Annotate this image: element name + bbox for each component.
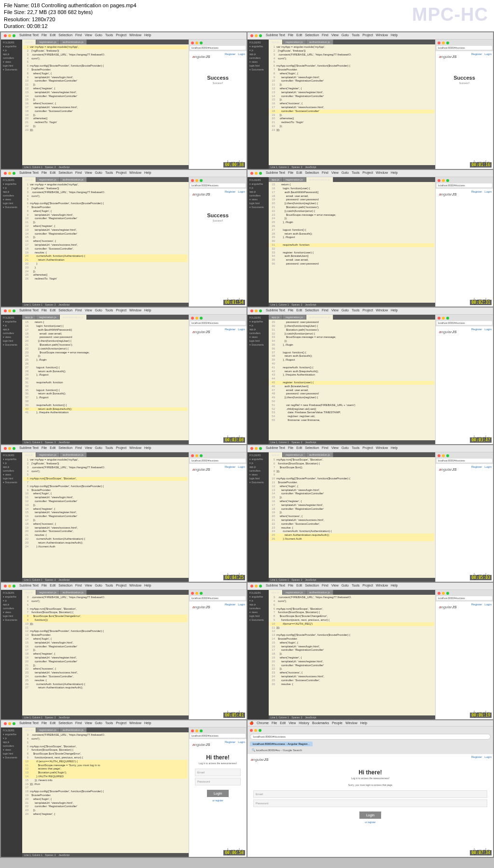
tree-item[interactable]: ▾ angularfire [248, 44, 268, 48]
code-editor[interactable]: 1var myApp = angular.module('myApp',2 ['… [22, 182, 189, 303]
tree-item[interactable]: ▾ Documents [2, 480, 21, 484]
login-button[interactable]: Login [359, 812, 381, 819]
editor-tab[interactable]: authentication.js [306, 177, 333, 182]
editor-tab[interactable]: registration.js [283, 40, 306, 44]
menu-item[interactable]: File [41, 446, 47, 451]
menu-item[interactable]: Project [116, 721, 126, 726]
tree-item[interactable]: ▾ views [2, 748, 21, 752]
editor-tab[interactable]: registration.js [283, 177, 306, 182]
tree-item[interactable]: ▾ angularfire [248, 320, 268, 323]
editor-tab[interactable]: app.js [269, 452, 283, 457]
menu-item[interactable]: Goto [342, 584, 349, 588]
menu-item[interactable]: View [85, 446, 92, 451]
tree-item[interactable]: ▾ Documents [2, 68, 21, 71]
menu-item[interactable]: File [288, 308, 293, 313]
menu-item[interactable]: Tools [105, 721, 113, 726]
password-input[interactable]: Password [195, 778, 241, 785]
menu-item[interactable]: Help [144, 721, 151, 726]
menu-item[interactable]: View [85, 33, 92, 38]
tree-item[interactable]: ▾ views [2, 473, 21, 476]
email-input[interactable]: Email [253, 790, 487, 798]
tree-item[interactable]: ▾ views [248, 473, 268, 476]
menu-item[interactable]: Help [391, 33, 398, 38]
menu-item[interactable]: View [331, 33, 339, 38]
editor-tab[interactable]: app.js [22, 315, 36, 320]
menu-item[interactable]: Window [129, 721, 141, 726]
menu-item[interactable]: Goto [95, 308, 102, 313]
menu-item[interactable]: Find [322, 584, 329, 588]
file-tree-sidebar[interactable]: FOLDERS▾ angularfire ▾ js app.js control… [1, 452, 22, 582]
menu-item[interactable]: Window [376, 446, 388, 451]
tree-item[interactable]: ▾ views [248, 610, 268, 614]
file-tree-sidebar[interactable]: FOLDERS▾ angularfire ▾ js app.js control… [247, 40, 269, 169]
menu-item[interactable]: Find [75, 584, 82, 588]
tree-item[interactable]: ▾ angularfire [248, 457, 268, 461]
tree-item[interactable]: ▾ Documents [248, 68, 268, 71]
editor-tab[interactable]: authentication.js [306, 590, 333, 595]
menu-item[interactable]: Goto [95, 584, 102, 588]
menu-item[interactable]: Project [116, 584, 126, 588]
menu-item[interactable]: File [41, 584, 47, 588]
editor-tab[interactable]: registration.js [283, 452, 306, 457]
tree-item[interactable]: FOLDERS [248, 316, 268, 320]
menu-item[interactable]: Edit [296, 33, 302, 38]
editor-tab[interactable]: authentication.js [306, 40, 333, 44]
code-editor[interactable]: 1var myApp = angular.module('myApp',2 ['… [22, 44, 189, 165]
menu-item[interactable]: Window [129, 446, 141, 451]
tree-item[interactable]: ▾ js [248, 186, 268, 190]
menu-item[interactable]: Sublime Text [266, 308, 285, 313]
menu-item[interactable]: Tools [105, 33, 113, 38]
menu-item[interactable]: Find [75, 33, 82, 38]
menu-item[interactable]: Help [144, 171, 151, 176]
tree-item[interactable]: app.js [2, 740, 21, 744]
menu-item[interactable]: Tools [352, 171, 359, 176]
editor-tab[interactable]: registration.js [36, 177, 60, 182]
editor-tab[interactable]: app.js [269, 177, 283, 182]
menu-item[interactable]: Edit [296, 308, 302, 313]
tree-item[interactable]: login.html [2, 201, 21, 205]
menu-item[interactable]: Tools [105, 584, 113, 588]
tree-item[interactable]: ▾ views [2, 335, 21, 339]
url-bar[interactable]: localhost:8000/#/success [437, 596, 492, 600]
menu-item[interactable]: Tools [352, 584, 359, 588]
tree-item[interactable]: login.html [248, 339, 268, 343]
menu-item[interactable]: Project [362, 33, 373, 38]
editor-tab[interactable]: registration.js [283, 315, 306, 320]
menu-item[interactable]: People [332, 721, 343, 725]
menu-item[interactable]: Sublime Text [19, 171, 39, 176]
menu-item[interactable]: Tools [105, 171, 113, 176]
tree-item[interactable]: ▾ js [2, 461, 21, 465]
tree-item[interactable]: ▾ angularfire [2, 732, 21, 736]
tree-item[interactable]: login.html [2, 614, 21, 618]
tree-item[interactable]: app.js [248, 190, 268, 194]
tree-item[interactable]: app.js [248, 602, 268, 606]
tree-item[interactable]: login.html [2, 339, 21, 343]
editor-tab[interactable]: app.js [269, 590, 283, 595]
url-suggestion[interactable]: localhost:8000/#/success - Angular Regis… [250, 742, 313, 746]
url-bar[interactable]: localhost:8000/#/success [190, 459, 246, 462]
nav-links[interactable]: Register Login [471, 465, 492, 468]
menu-item[interactable]: View [331, 446, 339, 451]
tree-item[interactable]: login.html [248, 476, 268, 480]
menu-item[interactable]: File [288, 171, 293, 176]
menu-item[interactable]: Goto [342, 308, 349, 313]
nav-links[interactable]: Register Login [471, 603, 492, 606]
menu-item[interactable]: Selection [58, 721, 72, 726]
menu-item[interactable]: Project [362, 584, 373, 588]
nav-links[interactable]: Register Login [471, 190, 492, 193]
tree-item[interactable]: ▾ views [2, 197, 21, 201]
editor-tab[interactable]: app.js [22, 452, 36, 457]
menu-item[interactable]: Goto [95, 33, 102, 38]
menu-item[interactable]: Help [391, 446, 398, 451]
tree-item[interactable]: controllers [248, 469, 268, 473]
nav-links[interactable]: Register Login [225, 328, 245, 331]
menu-item[interactable]: Help [144, 446, 151, 451]
file-tree-sidebar[interactable]: FOLDERS▾ angularfire ▾ js app.js control… [1, 40, 22, 169]
menu-item[interactable]: Selection [58, 584, 72, 588]
tree-item[interactable]: ▾ Documents [2, 205, 21, 209]
menu-item[interactable]: Goto [95, 446, 102, 451]
menu-item[interactable]: Find [75, 308, 82, 313]
code-editor[interactable]: 3 .constant('FIREBASE_URL', 'https://ang… [22, 595, 189, 715]
code-editor[interactable]: 15 return {16 login: function(user) {17 … [22, 320, 189, 440]
menu-item[interactable]: Window [376, 308, 388, 313]
